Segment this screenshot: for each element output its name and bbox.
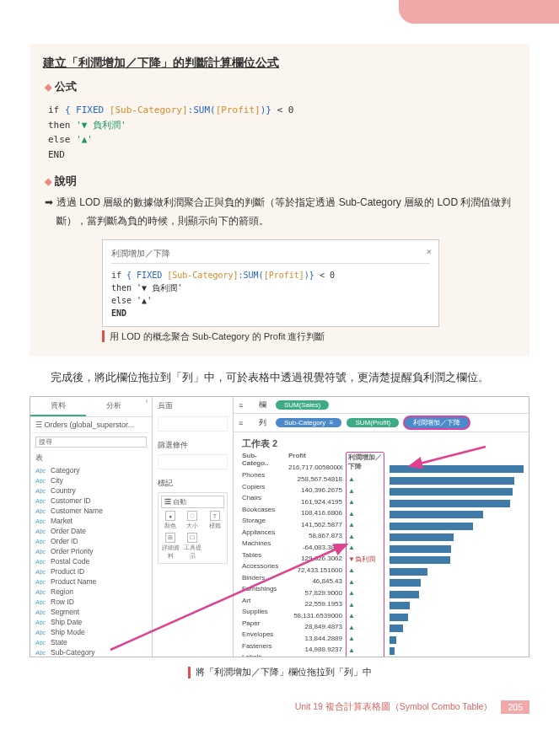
table-row: 58,867.873 bbox=[288, 530, 342, 542]
field-item[interactable]: AbcOrder Date bbox=[32, 526, 150, 536]
col-header-profit: Profit bbox=[288, 452, 342, 462]
bar-row bbox=[390, 555, 524, 566]
bar-row bbox=[390, 532, 524, 544]
bar-row bbox=[390, 600, 524, 612]
field-item[interactable]: AbcCustomer ID bbox=[32, 496, 150, 506]
table-row: Fasteners bbox=[242, 641, 282, 652]
table-row: 72,433.151600 bbox=[288, 565, 342, 576]
diamond-icon: ◆ bbox=[45, 176, 51, 186]
table-row: 58,131.6539000 bbox=[288, 610, 342, 622]
tab-data[interactable]: 資料 bbox=[30, 397, 86, 416]
bar-row bbox=[390, 464, 524, 475]
chevron-left-icon[interactable]: ‹ bbox=[142, 397, 152, 416]
table-row: 258,567.54818 bbox=[288, 474, 342, 485]
filters-shelf[interactable]: 篩選條件 bbox=[158, 440, 228, 451]
field-item[interactable]: AbcSegment bbox=[32, 607, 150, 617]
bar-row bbox=[390, 486, 524, 498]
data-pane: 資料 分析 ‹ ☰ Orders (global_superstor... 表 … bbox=[30, 397, 153, 657]
field-item[interactable]: AbcProduct ID bbox=[32, 566, 150, 576]
table-row: -64,083.3887 bbox=[288, 542, 342, 554]
bar-row bbox=[390, 566, 524, 577]
bar-row bbox=[390, 520, 524, 532]
columns-shelf[interactable]: ≡欄 SUM(Sales) bbox=[234, 397, 529, 414]
table-row: Tables bbox=[242, 550, 282, 561]
table-row: 14,988.9237 bbox=[288, 644, 342, 656]
indicator-cell: ▲ bbox=[348, 599, 382, 611]
bar-row bbox=[390, 497, 524, 509]
table-row: Machines bbox=[242, 538, 282, 550]
mark-color[interactable]: ●顏色 bbox=[161, 511, 180, 530]
indicator-cell: ▲ bbox=[348, 587, 382, 599]
table-row: Storage bbox=[242, 515, 282, 527]
mark-detail[interactable]: ⊞詳細資料 bbox=[161, 533, 180, 560]
mark-size[interactable]: ◌大小 bbox=[183, 511, 202, 530]
field-list: AbcCategoryAbcCityAbcCountryAbcCustomer … bbox=[30, 465, 152, 657]
field-item[interactable]: AbcCountry bbox=[32, 485, 150, 496]
bar-row bbox=[390, 577, 524, 589]
pill-profit-updown[interactable]: 利潤增加／下降 bbox=[404, 416, 470, 429]
dimensions-label: 表 bbox=[30, 451, 152, 465]
table-row: 57,829.9000 bbox=[288, 587, 342, 599]
close-icon[interactable]: × bbox=[426, 245, 432, 260]
indicator-cell: ▲ bbox=[348, 474, 382, 485]
table-row: 108,416.6806 bbox=[288, 507, 342, 519]
field-item[interactable]: AbcShip Mode bbox=[32, 627, 150, 637]
mark-tooltip[interactable]: ☐工具提示 bbox=[183, 533, 202, 560]
pill-sum-profit[interactable]: SUM(Profit) bbox=[347, 418, 399, 427]
field-item[interactable]: AbcRegion bbox=[32, 587, 150, 597]
pill-sum-sales[interactable]: SUM(Sales) bbox=[276, 400, 329, 410]
table-row: 140,396.2675 bbox=[288, 485, 342, 496]
bar-row bbox=[390, 588, 524, 600]
table-row: Bookcases bbox=[242, 504, 282, 516]
data-table: Sub-Catego..PhonesCopiersChairsBookcases… bbox=[239, 452, 384, 657]
mark-label[interactable]: T標籤 bbox=[206, 511, 224, 530]
table-row: 129,626.3062 bbox=[288, 553, 342, 565]
field-item[interactable]: AbcProduct Name bbox=[32, 576, 150, 587]
marks-card: ☰ 自動 ●顏色 ◌大小 T標籤 ⊞詳細資料 ☐工具提示 bbox=[158, 492, 228, 564]
table-row: Envelopes bbox=[242, 629, 282, 641]
table-row: 13,844.2889 bbox=[288, 633, 342, 645]
table-row: Chairs bbox=[242, 492, 282, 504]
indicator-cell: ▲ bbox=[348, 645, 382, 657]
field-item[interactable]: AbcRow ID bbox=[32, 597, 150, 607]
field-item[interactable]: AbcCustomer Name bbox=[32, 506, 150, 516]
table-row: 141,562.5877 bbox=[288, 519, 342, 531]
table-row: 22,559.1953 bbox=[288, 598, 342, 610]
bar-row bbox=[390, 623, 524, 635]
subheading-explain: ◆說明 bbox=[45, 174, 516, 189]
marks-type-dropdown[interactable]: ☰ 自動 bbox=[161, 496, 224, 508]
field-item[interactable]: AbcCategory bbox=[32, 465, 150, 475]
field-item[interactable]: AbcState bbox=[32, 637, 150, 647]
table-row: Paper bbox=[242, 618, 282, 630]
pages-shelf[interactable]: 頁面 bbox=[158, 400, 228, 411]
field-item[interactable]: AbcOrder ID bbox=[32, 536, 150, 546]
indicator-cell: ▲ bbox=[348, 519, 382, 531]
field-item[interactable]: AbcSub-Category bbox=[32, 647, 150, 657]
data-source[interactable]: ☰ Orders (global_superstor... bbox=[30, 417, 152, 433]
field-item[interactable]: AbcPostal Code bbox=[32, 556, 150, 566]
table-row: Copiers bbox=[242, 481, 282, 493]
bar-row bbox=[390, 475, 524, 486]
field-item[interactable]: AbcMarket bbox=[32, 516, 150, 526]
caption-editor: 用 LOD 的概念聚合 Sub-Category 的 Profit 進行判斷 bbox=[102, 330, 516, 343]
col-header-category: Sub-Catego.. bbox=[242, 452, 282, 469]
table-row: 161,924.4195 bbox=[288, 496, 342, 508]
pill-sub-category[interactable]: Sub-Category ≡ bbox=[276, 418, 341, 427]
bar-chart-area: 0K500K1000K1500KSales ≡ bbox=[384, 452, 524, 657]
editor-title: 利潤增加／下降 bbox=[111, 247, 430, 264]
field-item[interactable]: AbcShip Date bbox=[32, 617, 150, 627]
indicator-cell: ▲ bbox=[348, 508, 382, 520]
page-footer: Unit 19 複合計算表格圖（Symbol Combo Table） 205 bbox=[30, 700, 529, 714]
field-item[interactable]: AbcCity bbox=[32, 475, 150, 485]
table-row: Accessories bbox=[242, 560, 282, 572]
field-item[interactable]: AbcOrder Priority bbox=[32, 546, 150, 556]
table-row: 46,845.43 bbox=[288, 576, 342, 587]
page-number: 205 bbox=[501, 700, 529, 714]
subheading-formula: ◆公式 bbox=[45, 79, 516, 94]
unit-label: Unit 19 複合計算表格圖（Symbol Combo Table） bbox=[295, 701, 493, 713]
table-row: 216,717.005800001 bbox=[288, 462, 342, 474]
indicator-cell: ▲ bbox=[348, 542, 382, 554]
tab-analysis[interactable]: 分析 bbox=[86, 397, 142, 416]
search-input[interactable] bbox=[35, 437, 147, 448]
rows-shelf[interactable]: ≡列 Sub-Category ≡ SUM(Profit) 利潤增加／下降 bbox=[234, 414, 529, 432]
